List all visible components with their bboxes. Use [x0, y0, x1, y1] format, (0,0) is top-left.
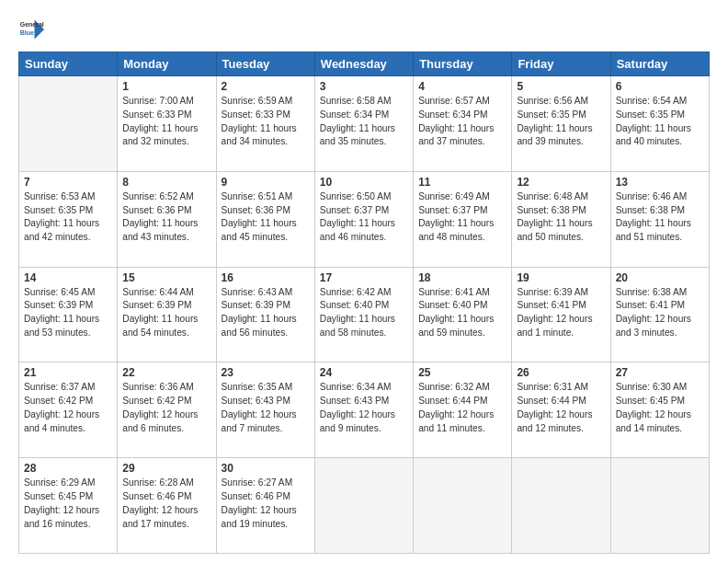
day-info: Sunrise: 6:46 AM Sunset: 6:38 PM Dayligh…	[616, 190, 704, 245]
calendar-day-cell: 15Sunrise: 6:44 AM Sunset: 6:39 PM Dayli…	[118, 267, 216, 362]
day-number: 30	[222, 462, 310, 475]
calendar-day-cell: 25Sunrise: 6:32 AM Sunset: 6:44 PM Dayli…	[414, 362, 512, 458]
calendar-day-header: Friday	[512, 52, 610, 76]
calendar-day-header: Saturday	[610, 52, 709, 76]
day-info: Sunrise: 6:27 AM Sunset: 6:46 PM Dayligh…	[222, 477, 310, 531]
day-number: 16	[222, 271, 310, 284]
calendar-day-cell: 1Sunrise: 7:00 AM Sunset: 6:33 PM Daylig…	[118, 76, 216, 172]
calendar-day-cell: 30Sunrise: 6:27 AM Sunset: 6:46 PM Dayli…	[216, 458, 314, 554]
calendar-day-cell	[610, 458, 709, 554]
day-number: 3	[320, 80, 408, 93]
calendar-day-header: Tuesday	[216, 52, 314, 76]
day-info: Sunrise: 6:49 AM Sunset: 6:37 PM Dayligh…	[418, 190, 506, 245]
day-number: 11	[418, 176, 506, 189]
calendar-day-cell: 20Sunrise: 6:38 AM Sunset: 6:41 PM Dayli…	[610, 267, 709, 362]
day-number: 1	[122, 80, 210, 93]
day-number: 27	[616, 366, 704, 379]
calendar-week-row: 7Sunrise: 6:53 AM Sunset: 6:35 PM Daylig…	[19, 171, 710, 267]
calendar-day-cell: 22Sunrise: 6:36 AM Sunset: 6:42 PM Dayli…	[118, 362, 216, 458]
day-number: 15	[122, 271, 210, 284]
day-info: Sunrise: 6:39 AM Sunset: 6:41 PM Dayligh…	[517, 286, 605, 340]
page: General Blue SundayMondayTuesdayWednesda…	[0, 0, 728, 563]
svg-text:Blue: Blue	[20, 29, 34, 36]
calendar-day-cell: 16Sunrise: 6:43 AM Sunset: 6:39 PM Dayli…	[216, 267, 314, 362]
day-number: 23	[222, 366, 310, 379]
day-number: 22	[122, 366, 210, 379]
day-info: Sunrise: 6:35 AM Sunset: 6:43 PM Dayligh…	[222, 381, 310, 435]
calendar-day-cell	[414, 458, 512, 554]
logo: General Blue	[18, 17, 48, 42]
calendar-day-header: Thursday	[414, 52, 512, 76]
day-number: 8	[122, 176, 210, 189]
calendar-week-row: 28Sunrise: 6:29 AM Sunset: 6:45 PM Dayli…	[19, 458, 710, 554]
calendar-day-cell: 27Sunrise: 6:30 AM Sunset: 6:45 PM Dayli…	[610, 362, 709, 458]
day-info: Sunrise: 6:36 AM Sunset: 6:42 PM Dayligh…	[122, 381, 210, 435]
calendar-header-row: SundayMondayTuesdayWednesdayThursdayFrid…	[19, 52, 710, 76]
day-number: 25	[418, 366, 506, 379]
day-info: Sunrise: 6:58 AM Sunset: 6:34 PM Dayligh…	[320, 95, 408, 149]
calendar-day-cell	[314, 458, 413, 554]
calendar-day-cell: 23Sunrise: 6:35 AM Sunset: 6:43 PM Dayli…	[216, 362, 314, 458]
day-info: Sunrise: 6:34 AM Sunset: 6:43 PM Dayligh…	[320, 381, 408, 435]
day-info: Sunrise: 6:30 AM Sunset: 6:45 PM Dayligh…	[616, 381, 704, 435]
calendar-day-cell: 7Sunrise: 6:53 AM Sunset: 6:35 PM Daylig…	[19, 171, 118, 267]
calendar-day-cell: 17Sunrise: 6:42 AM Sunset: 6:40 PM Dayli…	[314, 267, 413, 362]
day-number: 4	[418, 80, 506, 93]
day-info: Sunrise: 6:29 AM Sunset: 6:45 PM Dayligh…	[24, 477, 112, 531]
day-number: 10	[320, 176, 408, 189]
calendar-day-cell: 8Sunrise: 6:52 AM Sunset: 6:36 PM Daylig…	[118, 171, 216, 267]
day-info: Sunrise: 6:28 AM Sunset: 6:46 PM Dayligh…	[122, 477, 210, 531]
calendar-day-cell: 12Sunrise: 6:48 AM Sunset: 6:38 PM Dayli…	[512, 171, 610, 267]
calendar-day-cell: 18Sunrise: 6:41 AM Sunset: 6:40 PM Dayli…	[414, 267, 512, 362]
day-info: Sunrise: 6:54 AM Sunset: 6:35 PM Dayligh…	[616, 95, 704, 149]
day-info: Sunrise: 6:43 AM Sunset: 6:39 PM Dayligh…	[222, 286, 310, 340]
day-info: Sunrise: 6:31 AM Sunset: 6:44 PM Dayligh…	[517, 381, 605, 435]
day-info: Sunrise: 6:32 AM Sunset: 6:44 PM Dayligh…	[418, 381, 506, 435]
calendar-day-cell: 14Sunrise: 6:45 AM Sunset: 6:39 PM Dayli…	[19, 267, 118, 362]
day-number: 13	[616, 176, 704, 189]
header: General Blue	[18, 17, 710, 42]
calendar-day-header: Sunday	[19, 52, 118, 76]
calendar-week-row: 21Sunrise: 6:37 AM Sunset: 6:42 PM Dayli…	[19, 362, 710, 458]
calendar-day-cell: 11Sunrise: 6:49 AM Sunset: 6:37 PM Dayli…	[414, 171, 512, 267]
calendar-day-cell: 26Sunrise: 6:31 AM Sunset: 6:44 PM Dayli…	[512, 362, 610, 458]
day-number: 12	[517, 176, 605, 189]
day-info: Sunrise: 6:59 AM Sunset: 6:33 PM Dayligh…	[222, 95, 310, 149]
day-number: 2	[222, 80, 310, 93]
day-number: 20	[616, 271, 704, 284]
calendar-body: 1Sunrise: 7:00 AM Sunset: 6:33 PM Daylig…	[19, 76, 710, 554]
day-number: 29	[122, 462, 210, 475]
day-number: 21	[24, 366, 112, 379]
svg-text:General: General	[20, 21, 44, 28]
day-info: Sunrise: 6:44 AM Sunset: 6:39 PM Dayligh…	[122, 286, 210, 340]
calendar-day-header: Wednesday	[314, 52, 413, 76]
calendar-day-cell: 13Sunrise: 6:46 AM Sunset: 6:38 PM Dayli…	[610, 171, 709, 267]
day-number: 17	[320, 271, 408, 284]
calendar-week-row: 14Sunrise: 6:45 AM Sunset: 6:39 PM Dayli…	[19, 267, 710, 362]
day-info: Sunrise: 6:57 AM Sunset: 6:34 PM Dayligh…	[418, 95, 506, 149]
day-number: 26	[517, 366, 605, 379]
day-number: 14	[24, 271, 112, 284]
day-number: 24	[320, 366, 408, 379]
calendar-day-cell: 24Sunrise: 6:34 AM Sunset: 6:43 PM Dayli…	[314, 362, 413, 458]
calendar-day-cell: 21Sunrise: 6:37 AM Sunset: 6:42 PM Dayli…	[19, 362, 118, 458]
calendar-day-cell: 4Sunrise: 6:57 AM Sunset: 6:34 PM Daylig…	[414, 76, 512, 172]
day-number: 5	[517, 80, 605, 93]
day-info: Sunrise: 6:53 AM Sunset: 6:35 PM Dayligh…	[24, 190, 112, 245]
day-info: Sunrise: 6:38 AM Sunset: 6:41 PM Dayligh…	[616, 286, 704, 340]
calendar-day-cell: 3Sunrise: 6:58 AM Sunset: 6:34 PM Daylig…	[314, 76, 413, 172]
day-info: Sunrise: 6:42 AM Sunset: 6:40 PM Dayligh…	[320, 286, 408, 340]
day-info: Sunrise: 6:56 AM Sunset: 6:35 PM Dayligh…	[517, 95, 605, 149]
calendar-day-cell: 29Sunrise: 6:28 AM Sunset: 6:46 PM Dayli…	[118, 458, 216, 554]
calendar-day-header: Monday	[118, 52, 216, 76]
day-number: 28	[24, 462, 112, 475]
calendar-day-cell: 5Sunrise: 6:56 AM Sunset: 6:35 PM Daylig…	[512, 76, 610, 172]
day-info: Sunrise: 6:48 AM Sunset: 6:38 PM Dayligh…	[517, 190, 605, 245]
day-info: Sunrise: 6:37 AM Sunset: 6:42 PM Dayligh…	[24, 381, 112, 435]
day-info: Sunrise: 7:00 AM Sunset: 6:33 PM Dayligh…	[122, 95, 210, 149]
calendar-day-cell: 28Sunrise: 6:29 AM Sunset: 6:45 PM Dayli…	[19, 458, 118, 554]
day-info: Sunrise: 6:45 AM Sunset: 6:39 PM Dayligh…	[24, 286, 112, 340]
day-number: 6	[616, 80, 704, 93]
calendar-day-cell: 10Sunrise: 6:50 AM Sunset: 6:37 PM Dayli…	[314, 171, 413, 267]
calendar-day-cell	[512, 458, 610, 554]
